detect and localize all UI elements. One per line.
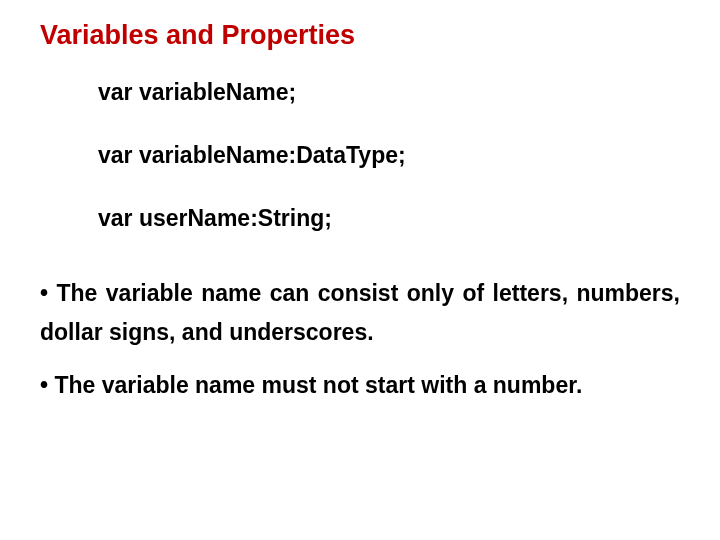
slide: Variables and Properties var variableNam… xyxy=(0,0,720,540)
code-line-2: var variableName:DataType; xyxy=(98,142,680,169)
slide-title: Variables and Properties xyxy=(40,20,680,51)
code-line-3: var userName:String; xyxy=(98,205,680,232)
bullet-1: • The variable name can consist only of … xyxy=(40,274,680,352)
code-line-1: var variableName; xyxy=(98,79,680,106)
bullet-2: • The variable name must not start with … xyxy=(40,366,680,405)
